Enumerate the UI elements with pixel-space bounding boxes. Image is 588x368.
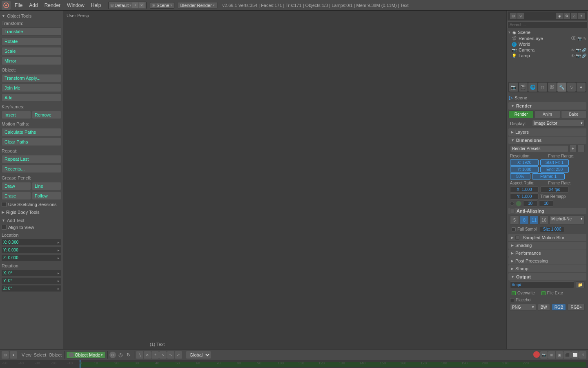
join-btn[interactable]: Join Me xyxy=(2,84,61,92)
tool3[interactable]: ⌖ xyxy=(151,351,159,359)
tree-scene[interactable]: ▾ ◉ Scene xyxy=(508,29,587,36)
camera-visible-icon[interactable]: 👁 xyxy=(571,48,575,52)
select-label[interactable]: Select xyxy=(33,352,47,357)
scene-selector[interactable]: ◉ Scene ▾ xyxy=(150,2,174,9)
engine-selector[interactable]: Blender Render ▾ xyxy=(178,2,218,9)
calculate-paths-btn[interactable]: Calculate Paths xyxy=(2,128,61,136)
dimensions-header[interactable]: Dimensions xyxy=(508,137,586,144)
outliner-filter-icon[interactable]: ▽ xyxy=(517,13,524,19)
outliner-search-btn[interactable]: ⌕ xyxy=(571,13,577,19)
aa-11-btn[interactable]: 11 xyxy=(530,215,539,224)
transform-apply-btn[interactable]: Transform Apply... xyxy=(2,74,61,82)
object-tools-header[interactable]: Object Tools xyxy=(2,12,61,19)
file-ext-checkbox[interactable] xyxy=(541,291,546,295)
motion-blur-checkbox[interactable] xyxy=(515,236,519,240)
aa-checkbox[interactable] xyxy=(510,209,515,213)
scene-icon-btn[interactable]: 🎬 xyxy=(519,83,528,92)
object-label-bottom[interactable]: Object xyxy=(48,352,62,357)
world-icon-btn[interactable]: 🌐 xyxy=(528,83,537,92)
menu-render[interactable]: Render xyxy=(42,2,63,9)
aa-8-btn[interactable]: 8 xyxy=(520,215,529,224)
display1-btn[interactable]: ⊞ xyxy=(548,351,555,359)
presets-add-btn[interactable]: + xyxy=(569,145,577,152)
erase-btn[interactable]: Erase xyxy=(2,192,31,200)
render-icon-btn[interactable]: 📷 xyxy=(509,83,518,92)
size-input[interactable]: Siz: 1.000 xyxy=(540,226,564,232)
global-select[interactable]: Global xyxy=(186,351,211,359)
translate-btn[interactable]: Translate xyxy=(2,27,61,36)
menu-file[interactable]: File xyxy=(12,2,25,9)
shading-section[interactable]: Shading xyxy=(508,242,586,249)
use-sketching-checkbox[interactable] xyxy=(2,202,7,207)
loc-y-field[interactable]: Y: 0.000 ▸ xyxy=(2,247,61,253)
timeline-bar[interactable] xyxy=(80,362,586,367)
camera-overlay-btn[interactable]: 📷 xyxy=(540,351,548,359)
tree-camera[interactable]: 📷 Camera 👁 📷 🔗 xyxy=(511,47,587,53)
view-label[interactable]: View xyxy=(21,352,32,357)
outliner-search-input[interactable] xyxy=(508,21,587,28)
overwrite-checkbox[interactable] xyxy=(512,291,516,295)
render-layer-eye[interactable] xyxy=(571,36,577,41)
output-header[interactable]: Output xyxy=(508,273,586,280)
layout-selector[interactable]: ⊞ Default ▾ + ✕ xyxy=(108,2,147,9)
object-icon-btn[interactable]: ◻ xyxy=(538,83,547,92)
tool1[interactable]: ╲ xyxy=(136,351,143,359)
end-input[interactable]: End: 250 xyxy=(540,166,569,173)
format-select[interactable]: PNG ▾ xyxy=(510,304,536,311)
draw-btn[interactable]: Draw xyxy=(2,182,31,190)
placeholder-checkbox[interactable] xyxy=(510,298,514,302)
add-btn[interactable]: Add xyxy=(2,94,61,102)
render-presets-select[interactable]: Render Presets xyxy=(510,145,568,152)
info-btn[interactable]: ℹ xyxy=(579,351,586,359)
clear-paths-btn[interactable]: Clear Paths xyxy=(2,138,61,146)
start-fr-input[interactable]: Start Fr: 1 xyxy=(540,159,569,166)
output-path-input[interactable] xyxy=(510,281,574,288)
outliner-add-btn[interactable]: + xyxy=(578,13,585,19)
frame-input-prop[interactable]: Frame: 1 xyxy=(532,173,565,180)
menu-add[interactable]: Add xyxy=(27,2,40,9)
rigid-body-header[interactable]: Rigid Body Tools xyxy=(2,209,61,216)
res-y-input[interactable]: Y: 1080 xyxy=(510,166,539,173)
menu-help[interactable]: Help xyxy=(89,2,104,9)
line-btn[interactable]: Line xyxy=(32,182,61,190)
aspect-x-input[interactable]: X: 1.000 xyxy=(510,186,539,193)
post-processing-section[interactable]: Post Processing xyxy=(508,257,586,265)
pivot-btn[interactable]: ◎ xyxy=(117,351,124,359)
rot-x-field[interactable]: X: 0° ▸ xyxy=(2,270,61,276)
fps-select[interactable]: 24 fps xyxy=(540,186,569,193)
full-sample-checkbox[interactable] xyxy=(512,227,516,231)
layout-close-icon[interactable]: ✕ xyxy=(139,2,145,8)
aa-16-btn[interactable]: 16 xyxy=(539,215,548,224)
stamp-section[interactable]: Stamp xyxy=(508,265,586,272)
rgb-btn[interactable]: RGB xyxy=(552,304,566,311)
aa-filter-select[interactable]: Mitchell-Ne ▾ xyxy=(549,215,585,224)
display2-btn[interactable]: ▣ xyxy=(556,351,563,359)
record-btn[interactable] xyxy=(533,351,540,358)
tree-render-layer[interactable]: 🎬 RenderLaye 📷 ✎ xyxy=(511,36,587,41)
rot-z-field[interactable]: Z: 0° ▸ xyxy=(2,285,61,292)
layers-section[interactable]: Layers xyxy=(508,128,586,136)
display3-btn[interactable]: ⬛ xyxy=(564,351,571,359)
lamp-visible-icon[interactable]: 👁 xyxy=(571,54,575,58)
layout-add-icon[interactable]: + xyxy=(132,2,138,8)
tool5[interactable]: ⤡ xyxy=(167,351,174,359)
view-icon-btn[interactable]: ⊞ xyxy=(2,351,9,359)
time-new-input[interactable]: 10 xyxy=(539,200,553,206)
display4-btn[interactable]: ⬜ xyxy=(571,351,579,359)
aspect-y-input[interactable]: Y: 1.000 xyxy=(510,193,539,200)
bw-btn[interactable]: BW xyxy=(538,304,550,311)
anim-btn[interactable]: Anim xyxy=(535,110,560,118)
tool6[interactable]: ⤢ xyxy=(175,351,182,359)
align-to-view-checkbox[interactable] xyxy=(2,225,7,230)
performance-section[interactable]: Performance xyxy=(508,249,586,257)
add-text-header[interactable]: Add Text xyxy=(2,217,61,223)
display-select[interactable]: Image Editor ▾ xyxy=(532,120,585,127)
material-icon-btn[interactable]: ● xyxy=(577,83,586,92)
follow-btn[interactable]: Follow xyxy=(32,192,61,200)
rotate-tool-btn[interactable]: ↻ xyxy=(125,351,132,359)
viewport-shade-btn[interactable]: ● xyxy=(10,351,17,359)
time-old-input[interactable]: 10 xyxy=(523,200,537,206)
presets-remove-btn[interactable]: - xyxy=(577,145,585,152)
scale-btn[interactable]: Scale xyxy=(2,47,61,55)
outliner-settings-btn[interactable]: ⚙ xyxy=(564,13,570,19)
